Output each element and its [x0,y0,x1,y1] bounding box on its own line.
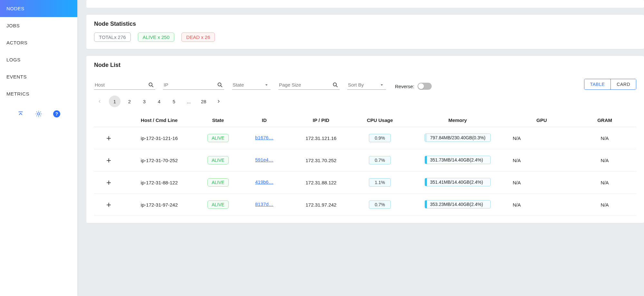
col-mem: Memory [405,114,510,127]
view-toggle: TABLE CARD [584,79,636,90]
sidebar-item-events[interactable]: EVENTS [0,68,77,85]
node-table: Host / Cmd Line State ID IP / PID CPU Us… [94,114,636,216]
page-5[interactable]: 5 [168,96,180,107]
state-pill: ALIVE [207,156,229,164]
col-host: Host / Cmd Line [123,114,195,127]
svg-point-10 [149,83,152,86]
page-2[interactable]: 2 [124,96,135,107]
main-content: Node Statistics TOTALx 276 ALIVE x 250 D… [77,0,644,296]
cell-gpu: N/A [510,194,573,216]
page-4[interactable]: 4 [153,96,165,107]
sidebar: NODESJOBSACTORSLOGSEVENTSMETRICS ? [0,0,77,296]
node-statistics-title: Node Statistics [94,21,636,27]
state-filter-field [232,80,271,90]
sidebar-item-logs[interactable]: LOGS [0,51,77,68]
pagesize-filter-field [278,80,340,90]
cell-host: ip-172-31-70-252 [123,149,195,171]
memory-usage-badge: 351.73MB/14.40GB(2.4%) [425,156,491,164]
cpu-usage-badge: 0.7% [369,200,391,209]
table-row: +ip-172-31-97-242ALIVE8137d…172.31.97.24… [94,194,636,216]
svg-line-13 [221,86,222,87]
host-filter-input[interactable] [94,80,155,90]
reverse-label: Reverse: [395,84,414,89]
node-list-title: Node List [94,62,636,69]
table-row: +ip-172-31-88-122ALIVE419b6…172.31.88.12… [94,171,636,194]
node-id-link[interactable]: 419b6… [255,179,274,185]
expand-row-button[interactable]: + [106,133,111,143]
page-28[interactable]: 28 [198,96,209,107]
cell-ip: 172.31.97.242 [287,194,355,216]
memory-usage-badge: 351.41MB/14.40GB(2.4%) [425,178,491,186]
cell-host: ip-172-31-97-242 [123,194,195,216]
node-id-link[interactable]: b1676… [255,135,274,140]
cell-ip: 172.31.121.16 [287,127,355,149]
svg-line-9 [41,112,41,112]
cell-gpu: N/A [510,127,573,149]
svg-line-11 [152,86,153,87]
cell-host: ip-172-31-121-16 [123,127,195,149]
pagesize-input[interactable] [278,80,340,90]
expand-row-button[interactable]: + [106,178,111,187]
sidebar-item-metrics[interactable]: METRICS [0,85,77,102]
memory-usage-badge: 353.23MB/14.40GB(2.4%) [425,200,491,208]
node-list-card: Node List [86,56,644,223]
caret-down-icon[interactable] [378,81,385,88]
help-icon[interactable]: ? [52,109,61,118]
col-gpu: GPU [510,114,573,127]
cell-gram: N/A [573,171,636,194]
host-filter-field [94,80,155,90]
theme-sun-icon[interactable] [34,109,43,118]
stat-chip-alive[interactable]: ALIVE x 250 [138,32,174,42]
stat-chip-total[interactable]: TOTALx 276 [94,32,131,42]
pagination: 12345...28 [94,92,636,107]
sidebar-item-actors[interactable]: ACTORS [0,34,77,51]
expand-row-button[interactable]: + [106,200,111,209]
svg-line-6 [36,112,37,112]
cpu-usage-badge: 0.9% [369,134,391,142]
table-row: +ip-172-31-121-16ALIVEb1676…172.31.121.1… [94,127,636,149]
svg-point-1 [37,113,40,115]
node-statistics-card: Node Statistics TOTALx 276 ALIVE x 250 D… [86,15,644,49]
cell-ip: 172.31.70.252 [287,149,355,171]
sidebar-item-jobs[interactable]: JOBS [0,17,77,34]
col-cpu: CPU Usage [355,114,405,127]
cell-gram: N/A [573,194,636,216]
page-3[interactable]: 3 [139,96,150,107]
reverse-toggle[interactable] [418,83,432,90]
cell-gram: N/A [573,149,636,171]
cell-gpu: N/A [510,171,573,194]
filter-controls: Reverse: TABLE CARD [94,74,636,92]
search-icon[interactable] [148,81,155,88]
collapse-up-icon[interactable] [16,109,25,118]
svg-point-12 [218,83,221,86]
col-gram: GRAM [573,114,636,127]
node-id-link[interactable]: 591e4… [255,157,274,162]
state-pill: ALIVE [207,200,229,209]
svg-line-16 [336,86,338,87]
table-row: +ip-172-31-70-252ALIVE591e4…172.31.70.25… [94,149,636,171]
expand-row-button[interactable]: + [106,155,111,165]
state-pill: ALIVE [207,134,229,142]
cell-gpu: N/A [510,149,573,171]
page-1[interactable]: 1 [109,96,120,107]
page-ellipsis: ... [183,96,195,107]
sortby-filter-field [347,80,386,90]
svg-line-7 [41,116,41,116]
cell-host: ip-172-31-88-122 [123,171,195,194]
ip-filter-field [163,80,224,90]
sidebar-item-nodes[interactable]: NODES [0,0,77,17]
svg-line-8 [36,116,37,116]
view-table-button[interactable]: TABLE [584,79,611,89]
page-next[interactable] [213,96,224,107]
caret-down-icon[interactable] [263,81,270,88]
view-card-button[interactable]: CARD [610,79,636,89]
page-prev[interactable] [94,96,106,107]
search-icon[interactable] [332,81,339,88]
svg-point-15 [333,83,336,86]
ip-filter-input[interactable] [163,80,224,90]
node-id-link[interactable]: 8137d… [255,201,274,207]
stat-chip-dead[interactable]: DEAD x 26 [181,32,215,42]
cell-gram: N/A [573,127,636,149]
memory-usage-badge: 797.84MB/230.40GB(0.3%) [425,134,491,142]
search-icon[interactable] [216,81,224,88]
